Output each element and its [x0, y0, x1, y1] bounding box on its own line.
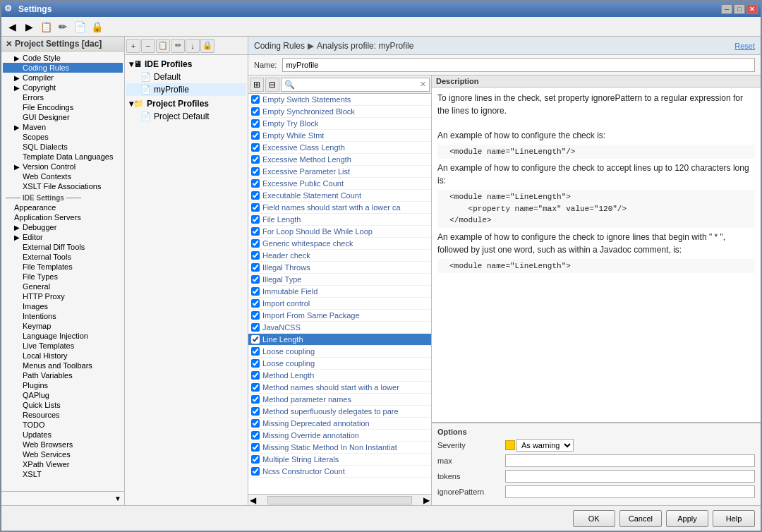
sidebar-item-app-servers[interactable]: Application Servers — [3, 212, 123, 222]
sidebar-item-code-style[interactable]: ▶Code Style — [3, 53, 123, 63]
profile-item-myprofile[interactable]: 📄 myProfile — [126, 83, 246, 96]
sidebar-item-errors[interactable]: Errors — [3, 92, 123, 102]
rule-loose-coupling-1[interactable]: Loose coupling — [248, 346, 431, 358]
rule-immutable-field[interactable]: Immutable Field — [248, 286, 431, 298]
rule-exec-stmt-count[interactable]: Executable Statement Count — [248, 190, 431, 202]
minimize-button[interactable]: ─ — [721, 4, 732, 14]
sidebar-item-lang-injection[interactable]: Language Injection — [3, 331, 123, 341]
sidebar-item-gui-designer[interactable]: GUI Designer — [3, 112, 123, 122]
rule-field-names[interactable]: Field names should start with a lower ca — [248, 202, 431, 214]
rule-excessive-public[interactable]: Excessive Public Count — [248, 178, 431, 190]
sidebar-item-resources[interactable]: Resources — [3, 410, 123, 420]
rule-import-control[interactable]: Import control — [248, 298, 431, 310]
rename-profile-button[interactable]: ✏ — [171, 39, 185, 53]
rule-method-length[interactable]: Method Length — [248, 370, 431, 382]
rule-method-param-names[interactable]: Method parameter names — [248, 394, 431, 406]
rule-excessive-class-len[interactable]: Excessive Class Length — [248, 142, 431, 154]
apply-button[interactable]: Apply — [666, 510, 708, 527]
sidebar-item-local-history[interactable]: Local History — [3, 351, 123, 361]
rule-for-loop[interactable]: For Loop Should Be While Loop — [248, 226, 431, 238]
sidebar-item-ext-tools[interactable]: External Tools — [3, 252, 123, 262]
horizontal-scrollbar[interactable] — [267, 496, 412, 504]
sidebar-item-images[interactable]: Images — [3, 301, 123, 311]
lock-profile-button[interactable]: 🔒 — [200, 39, 214, 53]
sidebar-item-live-templates[interactable]: Live Templates — [3, 341, 123, 351]
sidebar-item-general[interactable]: General — [3, 282, 123, 291]
edit-button[interactable]: ✏ — [55, 19, 71, 35]
back-button[interactable]: ◀ — [4, 19, 20, 35]
project-profiles-header[interactable]: ▾ 📁 Project Profiles — [126, 97, 246, 110]
sidebar-item-updates[interactable]: Updates — [3, 430, 123, 440]
sidebar-item-xslt[interactable]: XSLT — [3, 469, 123, 479]
expand-all-button[interactable]: ⊞ — [250, 78, 264, 92]
sidebar-item-web-contexts[interactable]: Web Contexts — [3, 171, 123, 181]
rule-missing-static[interactable]: Missing Static Method In Non Instantiat — [248, 442, 431, 454]
collapse-all-button[interactable]: ⊟ — [265, 78, 279, 92]
sidebar-item-editor[interactable]: ▶Editor — [3, 232, 123, 242]
sidebar-item-web-browsers[interactable]: Web Browsers — [3, 440, 123, 449]
sidebar-item-plugins[interactable]: Plugins — [3, 380, 123, 390]
tokens-option-input[interactable] — [505, 470, 755, 483]
rule-excessive-method-len[interactable]: Excessive Method Length — [248, 154, 431, 166]
profile-item-project-default[interactable]: 📄 Project Default — [126, 110, 246, 123]
sidebar-item-intentions[interactable]: Intentions — [3, 311, 123, 321]
severity-dropdown[interactable]: As warning As error As info — [516, 439, 574, 452]
rule-file-length[interactable]: File Length — [248, 214, 431, 226]
rule-empty-try[interactable]: Empty Try Block — [248, 118, 431, 130]
rule-method-superfluously[interactable]: Method superfluously delegates to pare — [248, 406, 431, 418]
left-panel-clear-btn[interactable]: ✕ — [6, 40, 12, 49]
sidebar-item-coding-rules[interactable]: Coding Rules — [3, 63, 123, 73]
ok-button[interactable]: OK — [573, 510, 615, 527]
rule-import-same-pkg[interactable]: Import From Same Package — [248, 310, 431, 322]
sidebar-item-file-types[interactable]: File Types — [3, 272, 123, 282]
ignore-pattern-option-input[interactable] — [505, 485, 755, 498]
max-option-input[interactable] — [505, 454, 755, 467]
sidebar-item-http-proxy[interactable]: HTTP Proxy — [3, 291, 123, 301]
sidebar-item-version-control[interactable]: ▶Version Control — [3, 162, 123, 171]
copy-button[interactable]: 📄 — [72, 19, 87, 35]
rule-generic-whitespace[interactable]: Generic whitespace check — [248, 238, 431, 250]
sidebar-item-todo[interactable]: TODO — [3, 420, 123, 430]
new-button[interactable]: 📋 — [38, 19, 54, 35]
sidebar-item-template-data[interactable]: Template Data Languages — [3, 152, 123, 162]
rule-empty-switch[interactable]: Empty Switch Statements — [248, 94, 431, 106]
ide-profiles-header[interactable]: ▾ 🖥 IDE Profiles — [126, 58, 246, 71]
sidebar-item-compiler[interactable]: ▶Compiler — [3, 73, 123, 83]
reset-button[interactable]: Reset — [734, 42, 755, 50]
rule-ncss-constructor[interactable]: Ncss Constructor Count — [248, 466, 431, 478]
rule-missing-deprecated[interactable]: Missing Deprecated annotation — [248, 418, 431, 430]
rule-header-check[interactable]: Header check — [248, 250, 431, 262]
scroll-down-btn[interactable]: ▼ — [114, 495, 121, 502]
import-profile-button[interactable]: ↓ — [186, 39, 200, 53]
sidebar-item-menus-toolbars[interactable]: Menus and Toolbars — [3, 361, 123, 370]
scroll-right-btn[interactable]: ▶ — [422, 495, 431, 505]
rule-multiple-string[interactable]: Multiple String Literals — [248, 454, 431, 466]
help-button[interactable]: Help — [713, 510, 755, 527]
sidebar-item-path-vars[interactable]: Path Variables — [3, 370, 123, 380]
scroll-left-btn[interactable]: ◀ — [248, 495, 258, 505]
remove-profile-button[interactable]: − — [141, 39, 155, 53]
rule-excessive-param[interactable]: Excessive Parameter List — [248, 166, 431, 178]
profile-name-input[interactable] — [282, 58, 755, 72]
add-profile-button[interactable]: + — [126, 39, 140, 53]
rule-method-names[interactable]: Method names should start with a lower — [248, 382, 431, 394]
sidebar-item-qaplug[interactable]: QAPlug — [3, 390, 123, 400]
sidebar-item-xslt-file-assoc[interactable]: XSLT File Associations — [3, 181, 123, 191]
sidebar-item-xpath-viewer[interactable]: XPath Viewer — [3, 459, 123, 469]
search-input[interactable] — [296, 80, 420, 89]
sidebar-item-ext-diff[interactable]: External Diff Tools — [3, 242, 123, 252]
lock-button[interactable]: 🔒 — [89, 19, 104, 35]
sidebar-item-copyright[interactable]: ▶Copyright — [3, 83, 123, 92]
cancel-button[interactable]: Cancel — [619, 510, 662, 527]
sidebar-item-keymap[interactable]: Keymap — [3, 321, 123, 331]
forward-button[interactable]: ▶ — [21, 19, 37, 35]
sidebar-item-web-services[interactable]: Web Services — [3, 449, 123, 459]
sidebar-item-maven[interactable]: ▶Maven — [3, 122, 123, 132]
sidebar-item-sql-dialects[interactable]: SQL Dialects — [3, 142, 123, 152]
sidebar-item-file-encodings[interactable]: File Encodings — [3, 102, 123, 112]
copy-profile-button[interactable]: 📋 — [156, 39, 170, 53]
rule-missing-override[interactable]: Missing Override annotation — [248, 430, 431, 442]
rule-javancss[interactable]: JavaNCSS — [248, 322, 431, 334]
rule-illegal-throws[interactable]: Illegal Throws — [248, 262, 431, 274]
sidebar-item-quick-lists[interactable]: Quick Lists — [3, 400, 123, 410]
